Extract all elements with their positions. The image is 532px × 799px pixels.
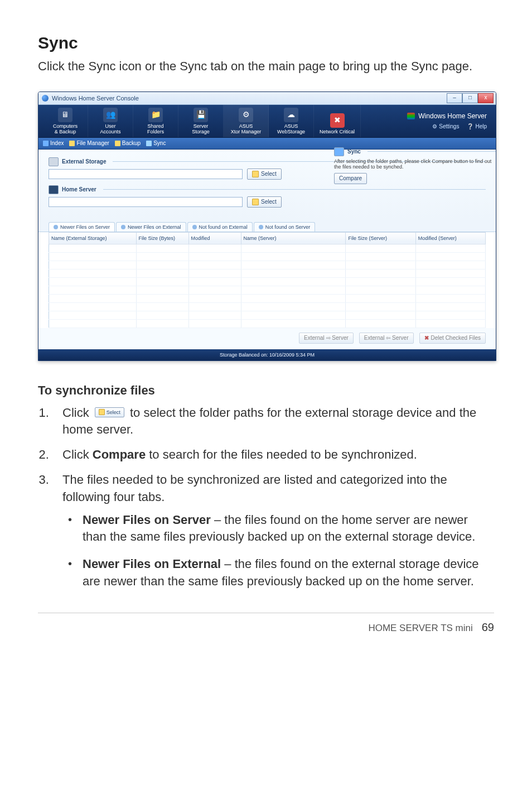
bc-label: Backup <box>122 140 141 146</box>
col-name-external[interactable]: Name (External Storage) <box>49 232 137 244</box>
mid-pane: External Storage Select Home Server Sele… <box>38 150 496 219</box>
compare-button[interactable]: Compare <box>334 173 367 184</box>
toolbar-network-critical[interactable]: ✖ Network Critical <box>314 105 361 137</box>
table-row <box>49 277 486 286</box>
step-text: Click <box>62 406 89 420</box>
index-icon <box>43 141 49 146</box>
toolbar-xtor-manager[interactable]: ⚙ ASUS Xtor Manager <box>224 105 269 137</box>
toolbar-computers-backup[interactable]: 🖥 Computers & Backup <box>43 105 88 137</box>
help-link[interactable]: ❔ Help <box>467 123 487 129</box>
home-select-button[interactable]: Select <box>247 196 282 208</box>
btn-label: External ⇦ Server <box>364 335 409 341</box>
steps-list: Click Select to select the folder paths … <box>38 405 494 590</box>
webstorage-icon: ☁ <box>284 108 298 122</box>
footer-page-number: 69 <box>482 621 494 634</box>
toolbar-label: ASUS Xtor Manager <box>231 124 262 135</box>
select-label: Select <box>261 199 277 205</box>
gear-icon: ⚙ <box>432 123 437 129</box>
table-row <box>49 286 486 294</box>
col-modified-server[interactable]: Modified (Server) <box>415 232 485 244</box>
xtor-icon: ⚙ <box>239 108 253 122</box>
toolbar-label: User Accounts <box>100 124 120 135</box>
table-row <box>49 319 486 328</box>
server-to-external-button[interactable]: External ⇦ Server <box>359 333 414 344</box>
settings-label: Settings <box>439 123 459 129</box>
bullets-list: Newer Files on Server – the files found … <box>62 512 494 590</box>
home-path-input[interactable] <box>49 197 243 207</box>
intro-paragraph: Click the Sync icon or the Sync tab on t… <box>38 58 494 75</box>
status-text: Storage Balanced on: 10/16/2009 5:34 PM <box>220 352 315 358</box>
table-row <box>49 269 486 277</box>
tab-icon <box>54 225 58 229</box>
btn-label: Delet Checked Files <box>431 335 481 341</box>
bullet-bold: Newer Files on External <box>83 557 221 571</box>
table-row <box>49 261 486 269</box>
step-text: to select the folder paths for the exter… <box>62 406 476 437</box>
toolbar-user-accounts[interactable]: 👥 User Accounts <box>88 105 133 137</box>
brand-text: Windows Home Server <box>418 112 487 120</box>
table-row <box>49 294 486 302</box>
col-name-server[interactable]: Name (Server) <box>241 232 346 244</box>
app-title: Windows Home Server Console <box>52 95 139 102</box>
help-label: Help <box>475 123 487 129</box>
folder-icon <box>69 141 75 146</box>
app-screenshot: Windows Home Server Console – □ x 🖥 Comp… <box>38 92 496 361</box>
sync-panel: Sync After selecting the folder paths, p… <box>334 147 496 184</box>
breadcrumb-file-manager[interactable]: File Manager <box>69 140 109 146</box>
external-path-input[interactable] <box>49 169 243 179</box>
tab-not-external[interactable]: Not found on External <box>187 222 253 232</box>
tab-newer-server[interactable]: Newer Files on Server <box>49 222 115 232</box>
titlebar: Windows Home Server Console – □ x <box>38 92 496 105</box>
col-modified[interactable]: Modified <box>188 232 241 244</box>
breadcrumb-index[interactable]: Index <box>43 140 64 146</box>
close-button[interactable]: x <box>478 93 494 103</box>
toolbar-label: Server Storage <box>192 124 210 135</box>
settings-link[interactable]: ⚙ Settings <box>432 123 459 129</box>
toolbar-server-storage[interactable]: 💾 Server Storage <box>178 105 224 137</box>
folder-icon <box>99 409 105 415</box>
home-server-group: Home Server Select <box>49 185 486 208</box>
breadcrumb-backup[interactable]: Backup <box>115 140 141 146</box>
network-critical-icon: ✖ <box>330 113 345 128</box>
storage-icon: 💾 <box>194 108 208 122</box>
backup-icon <box>115 141 120 146</box>
tab-newer-external[interactable]: Newer Files on External <box>116 222 186 232</box>
btn-label: External ⇨ Server <box>304 335 349 341</box>
toolbar-shared-folders[interactable]: 📁 Shared Folders <box>133 105 178 137</box>
maximize-button[interactable]: □ <box>462 93 478 103</box>
bc-label: Sync <box>153 140 166 146</box>
status-bar: Storage Balanced on: 10/16/2009 5:34 PM <box>38 349 496 360</box>
tab-label: Not found on External <box>199 224 248 230</box>
bc-label: File Manager <box>76 140 109 146</box>
step-3: The files needed to be synchronized are … <box>52 471 494 590</box>
help-icon: ❔ <box>467 123 473 129</box>
breadcrumb-sync[interactable]: Sync <box>146 140 166 146</box>
inline-select-button: Select <box>95 407 124 417</box>
col-size[interactable]: File Size (Bytes) <box>136 232 188 244</box>
sync-icon <box>146 141 152 146</box>
inline-btn-label: Select <box>107 409 120 416</box>
folder-icon <box>252 171 259 177</box>
tab-label: Not found on Server <box>265 224 311 230</box>
sync-panel-icon <box>334 147 344 156</box>
step-text: to search for the files needed to be syn… <box>146 447 417 461</box>
step-2: Click Compare to search for the files ne… <box>52 446 494 464</box>
brand-label: Windows Home Server <box>407 112 487 120</box>
sync-panel-description: After selecting the folder paths, please… <box>334 158 496 170</box>
col-size-server[interactable]: File Size (Server) <box>346 232 415 244</box>
tab-not-server[interactable]: Not found on Server <box>254 222 316 232</box>
home-server-label: Home Server <box>62 186 96 192</box>
brand-flag-icon <box>407 113 415 119</box>
folders-icon: 📁 <box>148 108 163 122</box>
tab-icon <box>121 225 125 229</box>
tab-label: Newer Files on External <box>128 224 181 230</box>
toolbar-webstorage[interactable]: ☁ ASUS WebStorage <box>269 105 314 137</box>
external-to-server-button[interactable]: External ⇨ Server <box>299 333 354 344</box>
bottom-action-bar: External ⇨ Server External ⇦ Server ✖Del… <box>38 328 496 349</box>
window-buttons: – □ x <box>447 93 494 103</box>
minimize-button[interactable]: – <box>447 93 462 103</box>
table-row <box>49 244 486 252</box>
delete-checked-button[interactable]: ✖Delet Checked Files <box>419 333 486 344</box>
bc-label: Index <box>50 140 64 146</box>
external-select-button[interactable]: Select <box>247 169 282 180</box>
